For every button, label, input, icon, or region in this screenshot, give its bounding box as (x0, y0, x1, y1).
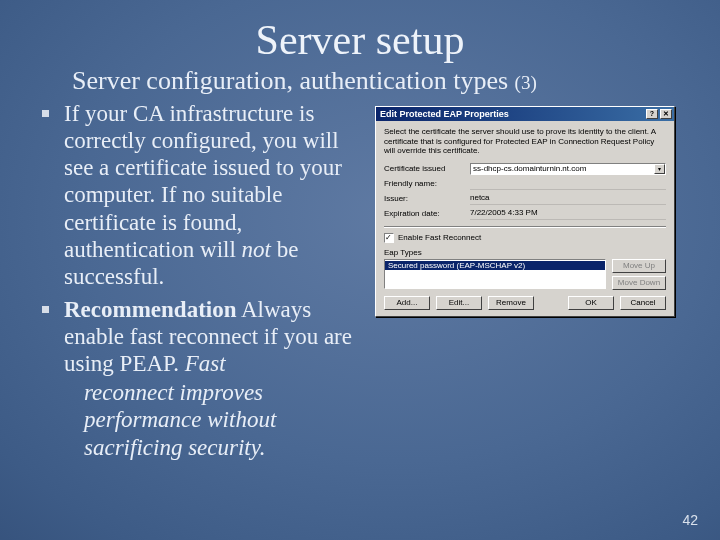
subtitle-part: (3) (515, 72, 537, 93)
cert-issued-combo[interactable]: ss-dhcp-cs.domainturnin.nt.com ▾ (470, 163, 666, 175)
cert-issued-label: Certificate issued (384, 164, 470, 173)
expiration-value: 7/22/2005 4:33 PM (470, 208, 666, 220)
spacer (540, 296, 562, 310)
close-button[interactable]: ✕ (660, 109, 672, 119)
ok-button[interactable]: OK (568, 296, 614, 310)
bullet-list: If your CA infrastructure is correctly c… (38, 100, 367, 377)
dialog-button-row: Add... Edit... Remove OK Cancel (384, 296, 666, 310)
move-up-button[interactable]: Move Up (612, 259, 666, 273)
window-controls: ? ✕ (646, 109, 672, 119)
content-columns: If your CA infrastructure is correctly c… (38, 100, 702, 461)
dialog-title: Edit Protected EAP Properties (380, 109, 509, 119)
slide-title: Server setup (18, 16, 702, 64)
eap-types-selected[interactable]: Secured password (EAP-MSCHAP v2) (385, 261, 605, 270)
expiration-label: Expiration date: (384, 209, 470, 218)
eap-types-label: Eap Types (384, 248, 666, 257)
edit-button[interactable]: Edit... (436, 296, 482, 310)
issuer-label: Issuer: (384, 194, 470, 203)
dialog-body: Select the certificate the server should… (376, 121, 674, 316)
bullet-text: If your CA infrastructure is correctly c… (64, 101, 342, 262)
right-column: Edit Protected EAP Properties ? ✕ Select… (375, 100, 702, 461)
left-column: If your CA infrastructure is correctly c… (38, 100, 367, 461)
subtitle-text: Server configuration, authentication typ… (72, 66, 515, 95)
issuer-value: netca (470, 193, 666, 205)
eap-types-area: Secured password (EAP-MSCHAP v2) Move Up… (384, 259, 666, 290)
move-buttons: Move Up Move Down (612, 259, 666, 290)
divider (384, 226, 666, 228)
fast-reconnect-checkbox[interactable]: ✓ (384, 233, 394, 243)
bullet-italic: not (242, 237, 271, 262)
bullet-item: If your CA infrastructure is correctly c… (38, 100, 367, 290)
friendly-name-value (470, 178, 666, 190)
remove-button[interactable]: Remove (488, 296, 534, 310)
dialog-titlebar[interactable]: Edit Protected EAP Properties ? ✕ (376, 107, 674, 121)
friendly-name-label: Friendly name: (384, 179, 470, 188)
add-button[interactable]: Add... (384, 296, 430, 310)
bullet-trailing-italic: reconnect improves performance without s… (84, 379, 367, 460)
page-number: 42 (682, 512, 698, 528)
expiration-row: Expiration date: 7/22/2005 4:33 PM (384, 207, 666, 221)
chevron-down-icon[interactable]: ▾ (654, 164, 665, 174)
friendly-name-row: Friendly name: (384, 177, 666, 191)
bullet-item: Recommendation Always enable fast reconn… (38, 296, 367, 377)
peap-properties-dialog: Edit Protected EAP Properties ? ✕ Select… (375, 106, 675, 317)
dialog-description: Select the certificate the server should… (384, 127, 666, 156)
issuer-row: Issuer: netca (384, 192, 666, 206)
slide: Server setup Server configuration, authe… (0, 0, 720, 540)
eap-types-listbox[interactable]: Secured password (EAP-MSCHAP v2) (384, 259, 606, 289)
move-down-button[interactable]: Move Down (612, 276, 666, 290)
help-button[interactable]: ? (646, 109, 658, 119)
fast-reconnect-row: ✓ Enable Fast Reconnect (384, 233, 666, 243)
cancel-button[interactable]: Cancel (620, 296, 666, 310)
bullet-italic: Fast (185, 351, 226, 376)
slide-subtitle: Server configuration, authentication typ… (72, 66, 702, 96)
bullet-bold: Recommendation (64, 297, 236, 322)
fast-reconnect-label: Enable Fast Reconnect (398, 233, 481, 242)
cert-issued-value: ss-dhcp-cs.domainturnin.nt.com (473, 164, 586, 173)
cert-issued-row: Certificate issued ss-dhcp-cs.domainturn… (384, 162, 666, 176)
